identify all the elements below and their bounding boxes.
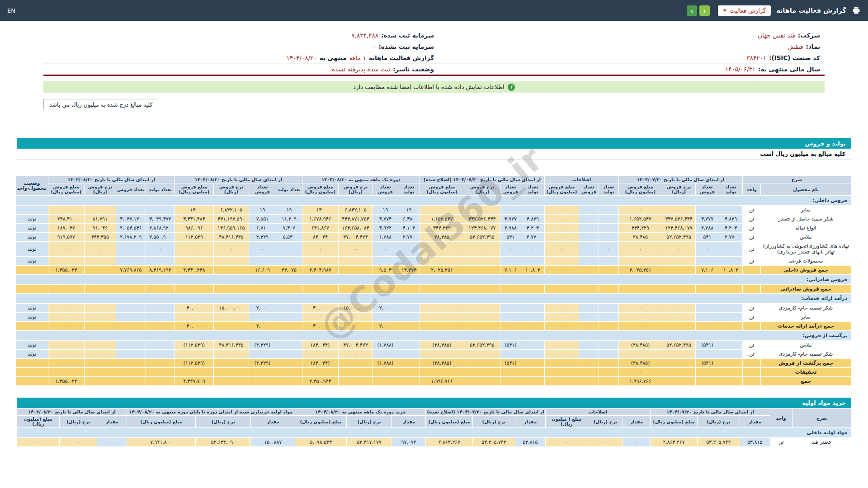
value-cell: ۰ bbox=[618, 304, 662, 313]
section-header-production: تولید و فروش bbox=[17, 138, 851, 149]
value-cell: ۳۴۴,۲۲۹ bbox=[420, 224, 464, 233]
unit-cell bbox=[742, 322, 760, 331]
table-row: جمع برگشت از فروش۰(۵۴۱)(۲۸,۴۸۵)۰۰۰۰(۵۴۱)… bbox=[15, 359, 851, 368]
value-cell: ۴۸,۳۱۶,۴۴۵ bbox=[213, 341, 249, 350]
info-value: قنقش bbox=[788, 43, 803, 50]
value-cell bbox=[338, 322, 373, 331]
column-header: تعداد فروش bbox=[249, 183, 276, 196]
language-toggle[interactable]: EN bbox=[7, 7, 15, 14]
printer-icon[interactable] bbox=[852, 6, 861, 14]
value-cell: ۰ bbox=[579, 341, 599, 350]
value-cell: ۰ bbox=[599, 257, 618, 266]
row-label: سایر bbox=[761, 206, 851, 215]
row-label: شکر تصفیه خام- کارمزدی bbox=[761, 350, 851, 359]
value-cell: ۰ bbox=[249, 257, 276, 266]
value-cell: ۰ bbox=[398, 341, 420, 350]
value-cell: ۰ bbox=[599, 313, 618, 322]
unit-cell: تن bbox=[770, 438, 792, 447]
value-cell: ۰ bbox=[116, 257, 146, 266]
value-cell: ۷,۱۰۶ bbox=[500, 266, 521, 275]
unit-cell bbox=[742, 377, 760, 386]
value-cell bbox=[84, 377, 116, 386]
value-cell: ۰ bbox=[175, 368, 213, 377]
value-cell: ۱۵,۰۰۰,۰۰۰ bbox=[338, 304, 373, 313]
value-cell: ۱۰,۸۰۲ bbox=[521, 266, 544, 275]
value-cell: (۲۸,۴۸۵) bbox=[420, 359, 464, 368]
value-cell bbox=[213, 266, 249, 275]
value-cell: ۰ bbox=[544, 304, 579, 313]
value-cell: ۰ bbox=[146, 359, 175, 368]
value-cell: ۰ bbox=[599, 215, 618, 224]
value-cell: ۰ bbox=[695, 257, 719, 266]
value-cell: ۰ bbox=[17, 438, 60, 447]
value-cell: ۹۸۶,۰۹۶ bbox=[175, 224, 213, 233]
value-cell bbox=[464, 377, 500, 386]
section-row: مواد اولیه داخلی bbox=[17, 428, 851, 438]
column-header: مبلغ (میلیون ریال) bbox=[426, 416, 473, 428]
value-cell: ۴۸,۳۱۶,۴۴۵ bbox=[213, 233, 249, 242]
value-cell: (۲۸,۴۸۵) bbox=[618, 341, 662, 350]
value-cell: ۲,۸۶۳,۲۶۷ bbox=[651, 438, 698, 447]
report-type-dropdown[interactable]: گزارش فعالیت bbox=[718, 5, 771, 16]
value-cell: ۳,۷۷۷ bbox=[500, 215, 521, 224]
value-cell bbox=[213, 359, 249, 368]
value-cell: ۸,۴۶۹,۱۹۲ bbox=[146, 266, 175, 275]
unit-cell bbox=[742, 266, 760, 275]
value-cell: ۰ bbox=[420, 350, 464, 359]
value-cell bbox=[500, 377, 521, 386]
value-cell: ۲,۰۰۰ bbox=[373, 322, 398, 331]
value-cell: ۰ bbox=[398, 257, 420, 266]
value-cell: ۰ bbox=[338, 350, 373, 359]
value-cell bbox=[338, 266, 373, 275]
value-cell: ۰ bbox=[398, 313, 420, 322]
row-label: جمع درآمد ارائه خدمات bbox=[761, 322, 851, 331]
info-pair-issuer-status: وضعیت ناشر: ثبت شده پذیرفته نشده bbox=[48, 66, 434, 73]
value-cell: ۷,۹۴۱,۸۰۰ bbox=[127, 438, 196, 447]
info-row: کد صنعت (ISIC): ۳۸۴۲۰۱ گزارش فعالیت ماها… bbox=[43, 52, 825, 64]
value-cell: ۲,۸۶۳,۲۶۷ bbox=[426, 438, 473, 447]
column-header: تعداد فروش bbox=[695, 183, 719, 196]
status-cell: تولید bbox=[15, 233, 48, 242]
value-cell: ۰ bbox=[500, 206, 521, 215]
value-cell: ۲۸,۴۸۵ bbox=[618, 233, 662, 242]
value-cell: ۱۳۰ bbox=[302, 206, 338, 215]
value-cell: ۵۴۱ bbox=[500, 233, 521, 242]
value-cell: ۰ bbox=[116, 341, 146, 350]
value-cell: ۰ bbox=[599, 341, 618, 350]
report-type-dropdown-label: گزارش فعالیت bbox=[730, 7, 766, 14]
value-cell: ۰ bbox=[302, 313, 338, 322]
value-cell: ۰ bbox=[84, 313, 116, 322]
next-report-button[interactable]: › bbox=[699, 5, 710, 16]
value-cell: ۲,۰۰۰ bbox=[249, 304, 276, 313]
page-title: گزارش فعالیت ماهانه bbox=[776, 7, 846, 14]
info-label: شرکت: bbox=[798, 32, 820, 39]
value-cell: ۰ bbox=[373, 285, 398, 294]
value-cell: (۸۴,۰۴۴) bbox=[302, 341, 338, 350]
value-cell: ۰ bbox=[719, 285, 742, 294]
value-cell: ۶,۸۴۲,۱۰۵ bbox=[213, 206, 249, 215]
info-label: نماد: bbox=[806, 43, 820, 50]
value-cell: ۰ bbox=[618, 350, 662, 359]
value-cell: ۲,۶۷۸,۲۰۹ bbox=[116, 233, 146, 242]
value-cell: ۰ bbox=[544, 359, 579, 368]
status-cell bbox=[15, 368, 48, 377]
value-cell: ۰ bbox=[662, 350, 695, 359]
value-cell: ۹۱۹,۵۷۷ bbox=[48, 233, 84, 242]
report-navigation: › ‹ bbox=[687, 5, 710, 16]
unit-cell: تن bbox=[742, 206, 760, 215]
info-value: ۳۸۴۲۰۱ bbox=[747, 54, 767, 61]
value-cell: ۱۰,۸۰۲ bbox=[719, 266, 742, 275]
value-cell: (۲,۳۲۹) bbox=[249, 341, 276, 350]
value-cell: ۳,۹۲۲ bbox=[373, 224, 398, 233]
value-cell bbox=[662, 368, 695, 377]
status-cell: تولید bbox=[15, 242, 48, 257]
value-cell: ۵۴۱ bbox=[695, 233, 719, 242]
value-cell: ۴۷,۰۰۴,۴۷۴ bbox=[338, 341, 373, 350]
value-cell: ۶,۸۴۲,۱۰۵ bbox=[338, 206, 373, 215]
prev-report-button[interactable]: ‹ bbox=[687, 5, 697, 16]
column-header: مقدار bbox=[740, 416, 770, 428]
value-cell: ۰ bbox=[719, 257, 742, 266]
status-cell: تولید bbox=[15, 350, 48, 359]
value-cell: ۴۴۴,۸۷۱,۷۵۴ bbox=[338, 215, 373, 224]
column-header: مبلغ فروش (میلیون ریال) bbox=[618, 183, 662, 196]
